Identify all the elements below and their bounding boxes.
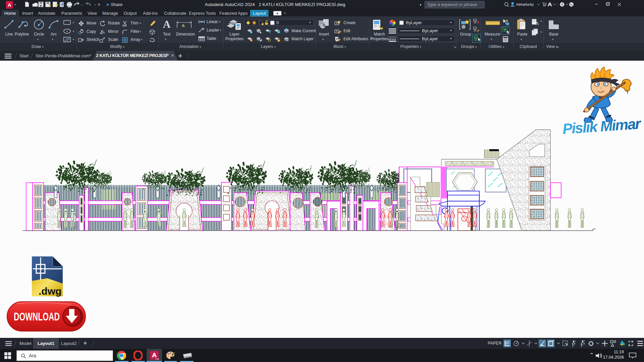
svg-text:mimarlucky: mimarlucky [516, 3, 534, 6]
svg-text:CAD: CAD [156, 358, 159, 360]
svg-text:?: ? [561, 3, 563, 6]
svg-text:.dwg: .dwg [39, 286, 61, 297]
svg-text:DOWNLOAD: DOWNLOAD [14, 310, 60, 323]
svg-text:A: A [163, 18, 170, 30]
svg-text:Pislik Mimar: Pislik Mimar [562, 115, 642, 137]
